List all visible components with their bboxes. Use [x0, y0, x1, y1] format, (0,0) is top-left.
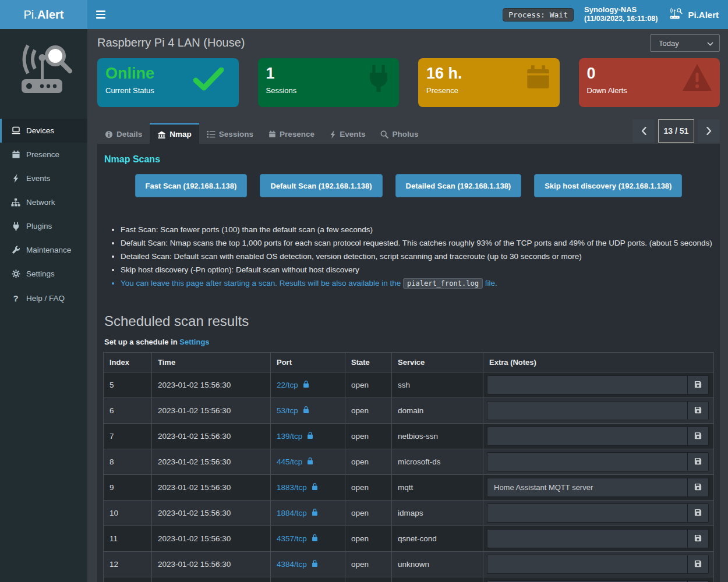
- current-status-card: Online Current Status: [97, 58, 239, 107]
- brand-logo[interactable]: Pi.Alert: [0, 0, 87, 29]
- next-device-button[interactable]: [698, 119, 720, 143]
- table-row: 92023-01-02 15:56:301883/tcpopenmqtt: [104, 475, 714, 501]
- tab-sessions[interactable]: Sessions: [199, 123, 261, 144]
- save-note-button[interactable]: [687, 555, 708, 573]
- save-note-button[interactable]: [687, 453, 708, 471]
- note-input[interactable]: [487, 402, 687, 420]
- app-name: Pi.Alert: [688, 10, 719, 20]
- save-icon: [694, 406, 702, 416]
- port-link[interactable]: 1883/tcp: [277, 482, 319, 492]
- table-row: 102023-01-02 15:56:301884/tcpopenidmaps: [104, 501, 714, 526]
- port-link[interactable]: 1884/tcp: [277, 508, 319, 518]
- port-link[interactable]: 22/tcp: [277, 380, 310, 390]
- fast-scan-button[interactable]: Fast Scan (192.168.1.138): [135, 174, 248, 197]
- plug-icon: [366, 64, 391, 94]
- settings-link[interactable]: Settings: [179, 338, 209, 346]
- port-link[interactable]: 53/tcp: [277, 406, 310, 416]
- port-link[interactable]: 445/tcp: [277, 457, 314, 467]
- save-note-button[interactable]: [687, 376, 708, 394]
- status-cards: Online Current Status 1 Sessions 16 h. P…: [97, 58, 720, 107]
- cell-time: 2023-01-02 15:56:30: [152, 526, 271, 552]
- note-input[interactable]: [487, 530, 687, 548]
- cell-state: open: [345, 424, 392, 449]
- note-input[interactable]: [487, 453, 687, 471]
- table-row: 132023-01-02 15:56:308123/tcpopenpolipo: [104, 577, 714, 582]
- cell-state: open: [345, 552, 392, 577]
- cell-state: open: [345, 526, 392, 552]
- skip-host-discovery-button[interactable]: Skip host discovery (192.168.1.138): [534, 174, 682, 197]
- tab-nmap[interactable]: Nmap: [150, 123, 199, 144]
- tab-label: Details: [116, 130, 142, 139]
- sidebar-item-events[interactable]: Events: [0, 166, 87, 190]
- bullet-default-scan: Default Scan: Nmap scans the top 1,000 p…: [121, 239, 714, 247]
- save-note-button[interactable]: [687, 530, 708, 548]
- server-name: Synology-NAS: [584, 5, 658, 15]
- port-link[interactable]: 4357/tcp: [277, 534, 319, 544]
- cell-state: open: [345, 475, 392, 501]
- default-scan-button[interactable]: Default Scan (192.168.1.138): [260, 174, 382, 197]
- list-ol-icon: [207, 130, 215, 139]
- save-note-button[interactable]: [687, 427, 708, 445]
- router-icon: [668, 8, 683, 22]
- cell-note: [483, 449, 714, 475]
- sidebar-item-plugins[interactable]: Plugins: [0, 214, 87, 238]
- detailed-scan-button[interactable]: Detailed Scan (192.168.1.138): [395, 174, 522, 197]
- cell-time: 2023-01-02 15:56:30: [152, 552, 271, 577]
- note-input[interactable]: [487, 478, 687, 496]
- sidebar-item-label: Presence: [26, 150, 59, 159]
- sitemap-icon: [10, 198, 21, 207]
- device-position-indicator: 13 / 51: [658, 119, 694, 143]
- save-note-button[interactable]: [687, 402, 708, 420]
- sidebar-item-help[interactable]: ? Help / FAQ: [0, 286, 87, 311]
- cell-service: netbios-ssn: [392, 424, 483, 449]
- sidebar-item-devices[interactable]: Devices: [0, 119, 87, 143]
- bullet-skip-host: Skip host discovery (-Pn option): Defaul…: [121, 265, 714, 274]
- sidebar-item-presence[interactable]: Presence: [0, 143, 87, 166]
- sidebar-item-settings[interactable]: Settings: [0, 262, 87, 286]
- sessions-card: 1 Sessions: [258, 58, 400, 107]
- cell-index: 6: [104, 398, 152, 424]
- sidebar-item-label: Settings: [26, 269, 55, 278]
- save-note-button[interactable]: [687, 478, 708, 496]
- tab-pholus[interactable]: Pholus: [373, 123, 426, 144]
- table-row: 112023-01-02 15:56:304357/tcpopenqsnet-c…: [104, 526, 714, 552]
- nmap-icon: [157, 130, 166, 139]
- tab-label: Presence: [280, 130, 314, 139]
- cell-port: 1884/tcp: [271, 501, 345, 526]
- cell-index: 9: [104, 475, 152, 501]
- save-icon: [694, 534, 702, 544]
- calendar-icon: [525, 64, 552, 93]
- port-link[interactable]: 4384/tcp: [277, 559, 319, 569]
- note-input[interactable]: [487, 555, 687, 573]
- down-alerts-card: 0 Down Alerts: [579, 58, 720, 107]
- sidebar-item-maintenance[interactable]: Maintenance: [0, 238, 87, 262]
- cell-index: 7: [104, 424, 152, 449]
- prev-device-button[interactable]: [632, 119, 655, 143]
- cell-note: [483, 372, 714, 398]
- lock-icon: [306, 457, 314, 467]
- cell-time: 2023-01-02 15:56:30: [152, 475, 271, 501]
- tab-label: Sessions: [219, 130, 253, 139]
- calendar-icon: [10, 150, 21, 159]
- tab-events[interactable]: Events: [322, 123, 373, 144]
- port-link[interactable]: 139/tcp: [277, 431, 314, 441]
- presence-card: 16 h. Presence: [418, 58, 560, 107]
- note-input[interactable]: [487, 504, 687, 522]
- tab-presence[interactable]: Presence: [261, 123, 322, 144]
- note-input[interactable]: [487, 427, 687, 445]
- cell-port: 4357/tcp: [271, 526, 345, 552]
- gear-icon: [10, 269, 21, 278]
- note-input[interactable]: [487, 376, 687, 394]
- sidebar: Devices Presence Events Network Plugins …: [0, 29, 87, 582]
- save-icon: [694, 457, 702, 467]
- tab-details[interactable]: Details: [97, 123, 150, 144]
- lock-icon: [311, 559, 319, 569]
- save-note-button[interactable]: [687, 504, 708, 522]
- sidebar-toggle-icon[interactable]: [87, 0, 114, 29]
- server-info: Synology-NAS (11/03/2023, 16:11:08): [584, 5, 658, 24]
- sidebar-item-network[interactable]: Network: [0, 190, 87, 214]
- cell-index: 11: [104, 526, 152, 552]
- cell-index: 8: [104, 449, 152, 475]
- period-dropdown[interactable]: Today: [650, 34, 720, 52]
- info-icon: [105, 130, 113, 139]
